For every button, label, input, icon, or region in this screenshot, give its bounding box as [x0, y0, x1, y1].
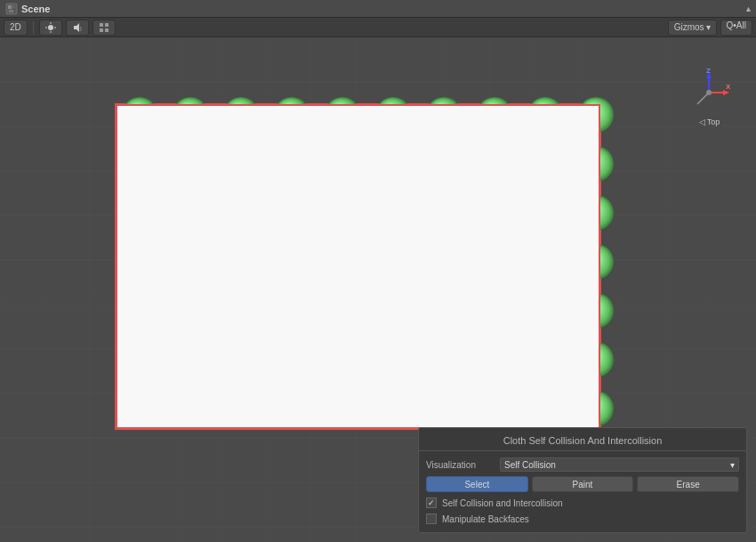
- title-bar: Scene ▲: [0, 0, 756, 18]
- self-collision-row: Self Collision and Intercollision: [419, 495, 746, 511]
- maximize-icon[interactable]: ▲: [744, 4, 752, 13]
- visualization-label: Visualization: [426, 460, 493, 470]
- scene-icon: [5, 3, 18, 15]
- visualization-select[interactable]: Self Collision ▾: [500, 457, 739, 472]
- svg-rect-3: [9, 10, 13, 12]
- effects-icon: [99, 22, 109, 33]
- audio-button[interactable]: ): [66, 20, 89, 36]
- svg-rect-13: [100, 28, 103, 32]
- svg-rect-14: [105, 28, 109, 32]
- self-collision-checkbox[interactable]: [426, 498, 437, 508]
- svg-rect-11: [100, 23, 103, 27]
- audio-icon: ): [72, 22, 83, 33]
- search-button[interactable]: Q•All: [720, 20, 752, 36]
- toolbar-right: Gizmos ▾ Q•All: [668, 20, 752, 36]
- svg-point-20: [706, 90, 712, 95]
- white-plane: [116, 104, 600, 429]
- paint-button[interactable]: Paint: [532, 476, 634, 492]
- separator-1: [33, 21, 34, 34]
- erase-button[interactable]: Erase: [637, 476, 739, 492]
- gizmos-arrow: ▾: [706, 22, 711, 32]
- svg-rect-2: [12, 5, 15, 8]
- gizmo-axes: Z X: [685, 69, 734, 117]
- visualization-arrow: ▾: [730, 460, 735, 470]
- svg-text:): ): [80, 26, 82, 31]
- svg-marker-9: [74, 23, 79, 32]
- svg-point-4: [48, 25, 53, 30]
- bottom-panel: Cloth Self Collision And Intercollision …: [418, 427, 747, 533]
- gizmo-widget: Z X ◁ Top: [680, 69, 738, 126]
- manipulate-backfaces-checkbox[interactable]: [426, 514, 437, 524]
- gizmos-button[interactable]: Gizmos ▾: [668, 20, 717, 36]
- svg-rect-12: [105, 23, 109, 27]
- visualization-value: Self Collision: [504, 460, 556, 470]
- paint-tools-row: Select Paint Erase: [419, 473, 746, 495]
- svg-rect-1: [8, 5, 12, 9]
- effects-button[interactable]: [92, 20, 116, 36]
- manipulate-backfaces-label: Manipulate Backfaces: [442, 514, 529, 524]
- manipulate-backfaces-row: Manipulate Backfaces: [419, 511, 746, 527]
- svg-text:X: X: [726, 83, 731, 91]
- toolbar: 2D ) Gizmos ▾ Q•All: [0, 18, 756, 37]
- scene-view: Z X ◁ Top Cloth Self Collision And Inter…: [0, 37, 756, 542]
- sun-icon: [45, 22, 56, 33]
- visualization-row: Visualization Self Collision ▾: [419, 456, 746, 473]
- select-button[interactable]: Select: [426, 476, 528, 492]
- gizmo-top-label: ◁ Top: [699, 117, 720, 126]
- window-title: Scene: [21, 4, 50, 14]
- panel-title: Cloth Self Collision And Intercollision: [419, 433, 746, 451]
- self-collision-label: Self Collision and Intercollision: [442, 498, 563, 508]
- lighting-button[interactable]: [39, 20, 62, 36]
- 2d-button[interactable]: 2D: [4, 20, 28, 36]
- svg-text:Z: Z: [706, 69, 711, 75]
